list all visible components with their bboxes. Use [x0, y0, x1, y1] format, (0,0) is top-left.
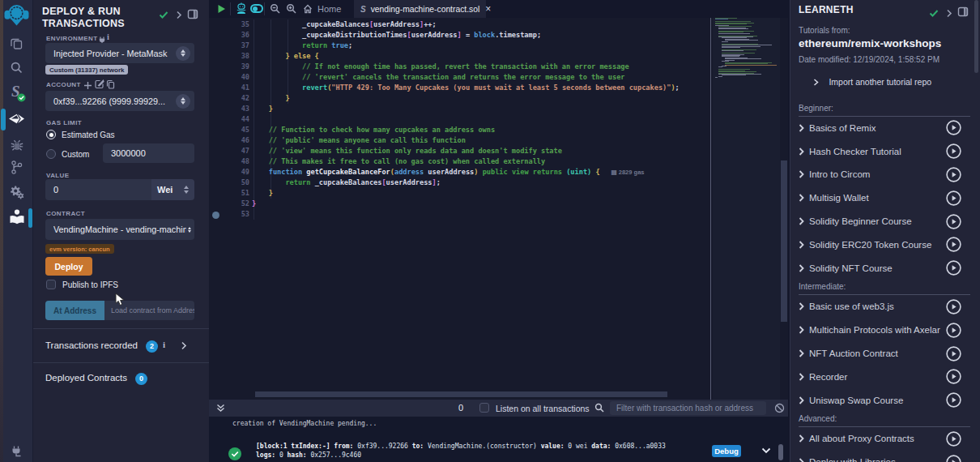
deploy-run-icon[interactable] — [0, 111, 33, 126]
search-icon[interactable] — [0, 61, 33, 75]
custom-gas-input[interactable]: 3000000 — [103, 143, 194, 163]
environment-info-icon[interactable]: i — [107, 32, 109, 41]
import-repo-row[interactable]: Import another tutorial repo — [813, 74, 931, 88]
breakpoint-dot[interactable] — [212, 212, 219, 219]
play-tutorial-icon[interactable] — [946, 392, 961, 408]
code-editor[interactable]: 35 _cupcakeBalances[userAddress]++;36 _c… — [209, 18, 788, 400]
account-select[interactable]: 0xf39...92266 (9999.99929... — [45, 91, 194, 111]
listen-label: Listen on all transactions — [496, 404, 590, 413]
play-tutorial-icon[interactable] — [946, 167, 961, 182]
custom-gas-radio[interactable] — [46, 149, 56, 159]
panel-expand-icon[interactable] — [176, 8, 182, 23]
tab-label: Home — [317, 4, 341, 14]
source-control-icon[interactable] — [0, 160, 33, 175]
tutorial-item-label: Multisig Wallet — [809, 193, 869, 203]
at-address-button[interactable]: At Address — [45, 301, 104, 320]
zoom-in-icon[interactable] — [286, 3, 296, 14]
line-number: 49 — [209, 167, 249, 178]
environment-select[interactable]: Injected Provider - MetaMask — [45, 43, 194, 63]
solidity-compiler-icon[interactable]: S — [0, 82, 33, 103]
play-tutorial-icon[interactable] — [946, 323, 961, 338]
account-value: 0xf39...92266 (9999.99929... — [53, 96, 165, 106]
custom-gas-value: 3000000 — [111, 148, 146, 158]
transactions-info-icon[interactable]: i — [163, 340, 165, 349]
play-tutorial-icon[interactable] — [946, 190, 961, 206]
mouse-cursor — [115, 293, 126, 306]
code-line-50: 50 return _cupcakeBalances[userAddress]; — [209, 178, 680, 188]
code-line-43: 43 } — [209, 104, 680, 114]
tutorial-item[interactable]: Basics of Remix — [799, 117, 970, 140]
debugger-icon[interactable] — [0, 138, 33, 152]
tutorial-item[interactable]: Multichain Protocols with Axelar — [799, 319, 970, 342]
value-label: VALUE — [46, 172, 70, 179]
tutorial-item-label: Solidity NFT Course — [809, 263, 893, 273]
play-tutorial-icon[interactable] — [946, 214, 961, 229]
value-input[interactable]: 0 — [45, 179, 151, 200]
learneth-icon[interactable] — [0, 208, 33, 225]
tutorial-item[interactable]: All about Proxy Contracts — [799, 427, 970, 451]
tutorial-item[interactable]: Uniswap Swap Course — [799, 388, 970, 412]
editor-horizontal-scrollbar[interactable] — [255, 391, 667, 397]
publish-ipfs-checkbox[interactable] — [46, 280, 56, 289]
terminal-scrollbar[interactable] — [778, 444, 783, 460]
terminal-filter-input[interactable]: Filter with transaction hash or address — [610, 401, 766, 415]
tutorial-item[interactable]: Basic use of web3.js — [799, 295, 970, 319]
ai-assistant-robot-icon[interactable] — [236, 2, 246, 15]
tutorial-item[interactable]: Solidity Beginner Course — [799, 210, 970, 233]
learneth-expand-icon[interactable] — [946, 6, 952, 21]
tutorial-item[interactable]: Recorder — [799, 365, 970, 388]
tab-vending-machine-contract[interactable]: S vending-machine-contract.sol × — [354, 0, 486, 18]
transactions-expand-icon[interactable] — [181, 341, 187, 350]
remix-logo[interactable] — [0, 3, 33, 26]
play-tutorial-icon[interactable] — [946, 120, 961, 135]
tutorial-item[interactable]: Solidity NFT Course — [799, 256, 970, 280]
play-tutorial-icon[interactable] — [946, 369, 961, 384]
tutorial-item[interactable]: Intro to Circom — [799, 163, 970, 186]
run-script-icon[interactable] — [217, 4, 226, 14]
play-tutorial-icon[interactable] — [946, 346, 961, 361]
panel-pin-icon[interactable] — [187, 8, 198, 23]
chevron-right-icon — [799, 148, 804, 156]
tab-home[interactable]: Home — [303, 0, 341, 18]
transactions-recorded-row[interactable]: Transactions recorded 2 i — [33, 328, 209, 362]
play-tutorial-icon[interactable] — [946, 299, 961, 314]
learneth-scrollbar[interactable] — [974, 0, 978, 73]
tutorial-item[interactable]: NFT Auction Contract — [799, 342, 970, 366]
play-tutorial-icon[interactable] — [946, 431, 961, 447]
code-line-40: 40 // 'revert' cancels the transaction a… — [209, 72, 680, 83]
environment-value: Injected Provider - MetaMask — [53, 49, 167, 58]
plugin-manager-icon[interactable] — [0, 184, 33, 200]
plugin-connect-icon[interactable] — [0, 444, 33, 457]
close-tab-icon[interactable]: × — [485, 3, 491, 15]
chevron-right-icon — [799, 396, 804, 404]
play-tutorial-icon[interactable] — [946, 260, 961, 276]
code-line-44: 44 — [209, 114, 680, 125]
terminal-content: creation of VendingMachine pending... [b… — [209, 417, 788, 462]
tutorial-item[interactable]: Multisig Wallet — [799, 186, 970, 210]
deployed-contracts-row[interactable]: Deployed Contracts 0 — [33, 362, 209, 462]
clear-console-icon[interactable] — [774, 403, 785, 413]
value-unit-select[interactable]: Wei — [151, 179, 194, 200]
code-line-39: 39 // If not enough time has passed, rev… — [209, 62, 680, 72]
terminal-collapse-icon[interactable] — [216, 404, 225, 413]
contract-select[interactable]: VendingMachine - vending-machin — [45, 219, 194, 240]
minimap[interactable] — [713, 18, 780, 400]
play-tutorial-icon[interactable] — [946, 237, 961, 252]
estimated-gas-radio[interactable] — [46, 130, 56, 139]
terminal-tx-log[interactable]: [block:1 txIndex:-] from: 0xf39...92266 … — [256, 442, 709, 460]
play-tutorial-icon[interactable] — [946, 143, 961, 159]
zoom-out-icon[interactable] — [270, 3, 280, 14]
log-expand-icon[interactable] — [761, 447, 771, 454]
tutorial-item[interactable]: Hash Checker Tutorial — [799, 139, 970, 163]
debug-button[interactable]: Debug — [712, 445, 741, 457]
line-number: 43 — [209, 104, 249, 114]
listen-checkbox[interactable] — [479, 403, 489, 413]
deploy-button[interactable]: Deploy — [45, 257, 92, 276]
file-explorer-icon[interactable] — [0, 36, 33, 50]
learneth-pin-icon[interactable] — [957, 6, 969, 20]
play-tutorial-icon[interactable] — [946, 455, 961, 462]
tutorial-item[interactable]: Solidity ERC20 Token Course — [799, 233, 970, 256]
editor-vertical-scrollbar[interactable] — [781, 160, 787, 322]
ai-copilot-toggle[interactable] — [250, 4, 263, 13]
tutorial-item[interactable]: Deploy with Libraries — [799, 451, 970, 462]
